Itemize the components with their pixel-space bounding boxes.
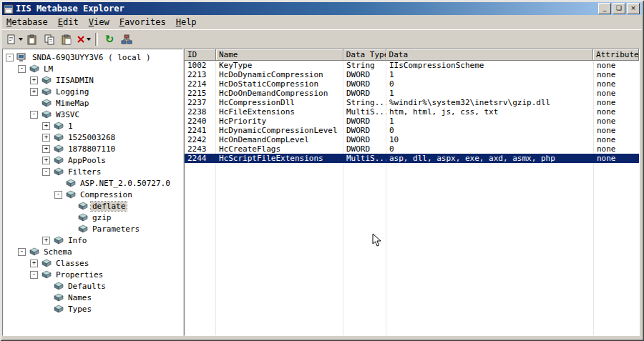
collapse-icon[interactable]: -	[18, 65, 26, 73]
cell-id: 1002	[185, 61, 216, 70]
collapse-icon[interactable]: -	[30, 271, 38, 279]
tree-item-schema[interactable]: -Schema	[3, 246, 182, 257]
expand-icon[interactable]: +	[42, 157, 50, 164]
tree-item-filters[interactable]: -Filters	[3, 166, 182, 177]
refresh-button[interactable]: ↻	[102, 31, 117, 47]
paste-key-button[interactable]	[24, 31, 40, 47]
tree-item-defaults[interactable]: Defaults	[3, 280, 182, 292]
tree-item-label[interactable]: W3SVC	[54, 110, 81, 119]
collapse-icon[interactable]: -	[42, 168, 50, 176]
tree-item-label[interactable]: AppPools	[67, 156, 107, 165]
table-row-2241[interactable]: 2241HcDynamicCompressionLevelDWORD0none	[185, 126, 639, 135]
tree-item-label[interactable]: Filters	[67, 167, 102, 177]
tree-item-label[interactable]: Parameters	[91, 224, 141, 234]
table-row-2214[interactable]: 2214HcDoStaticCompressionDWORD0none	[185, 79, 639, 89]
menu-help[interactable]: Help	[172, 16, 203, 29]
tree-item-compression[interactable]: -Compression	[3, 189, 182, 200]
tree-item-label[interactable]: Properties	[54, 270, 104, 280]
table-row-2215[interactable]: 2215HcDoOnDemandCompressionDWORD1none	[185, 89, 639, 98]
metabase-key-icon	[53, 167, 64, 176]
tree-item-1525003268[interactable]: +1525003268	[3, 132, 182, 143]
tree-item-1[interactable]: +1	[3, 120, 182, 132]
column-header-attributes[interactable]: Attributes	[593, 49, 639, 61]
menu-favorites[interactable]: Favorites	[115, 16, 172, 29]
column-header-id[interactable]: ID	[185, 49, 216, 61]
tree-item-names[interactable]: Names	[3, 292, 182, 303]
tree-item-parameters[interactable]: Parameters	[3, 223, 182, 234]
maximize-button[interactable]: ❏	[613, 3, 625, 14]
new-key-button[interactable]	[6, 31, 23, 47]
expand-icon[interactable]: +	[30, 260, 38, 267]
tree-item-label[interactable]: SNDA-69Q3UYY3V6 ( local )	[31, 53, 152, 62]
table-row-2240[interactable]: 2240HcPriorityDWORD1none	[185, 117, 639, 126]
column-header-name[interactable]: Name	[216, 49, 343, 61]
tree-item-label[interactable]: 1	[67, 122, 74, 131]
tree-item-label[interactable]: Names	[67, 293, 93, 302]
tree-item-lm[interactable]: -LM	[3, 63, 182, 74]
tree-item-label[interactable]: Defaults	[67, 282, 107, 291]
title-bar[interactable]: IIS Metabase Explorer _ ❏ ×	[2, 2, 642, 15]
close-button[interactable]: ×	[627, 3, 640, 14]
tree-item-types[interactable]: Types	[3, 303, 182, 315]
tree-item-mimemap[interactable]: MimeMap	[3, 97, 182, 109]
tree-item-label[interactable]: Schema	[42, 247, 74, 257]
tree-item-label[interactable]: LM	[42, 64, 54, 74]
tree-item-properties[interactable]: -Properties	[3, 269, 182, 280]
tree-item-label[interactable]: IISADMIN	[54, 76, 95, 85]
tree-item-w3svc[interactable]: -W3SVC	[3, 109, 182, 120]
minimize-button[interactable]: _	[598, 3, 611, 14]
collapse-icon[interactable]: -	[30, 111, 38, 119]
tree-item-classes[interactable]: +Classes	[3, 257, 182, 269]
tree-item-label[interactable]: Logging	[54, 87, 90, 97]
collapse-icon[interactable]: -	[54, 191, 62, 199]
menu-view[interactable]: View	[84, 16, 115, 29]
delete-button[interactable]	[76, 31, 92, 47]
tree-item-logging[interactable]: +Logging	[3, 86, 182, 97]
copy-button[interactable]	[42, 31, 57, 47]
tree-item-label[interactable]: MimeMap	[54, 99, 90, 108]
collapse-icon[interactable]: -	[6, 54, 14, 61]
expand-icon[interactable]: +	[42, 134, 50, 142]
table-row-2237[interactable]: 2237HcCompressionDllString...%windir%\sy…	[185, 98, 639, 107]
tree-item-1878807110[interactable]: +1878807110	[3, 143, 182, 154]
tree-item-label[interactable]: Classes	[54, 259, 90, 268]
delete-dropdown-icon[interactable]	[87, 38, 91, 41]
tree-item-deflate[interactable]: deflate	[3, 200, 182, 212]
cell-data: 1	[386, 89, 594, 98]
expand-icon[interactable]: +	[42, 237, 50, 244]
menu-edit[interactable]: Edit	[54, 16, 84, 29]
menu-metabase[interactable]: Metabase	[2, 16, 54, 29]
new-key-dropdown-icon[interactable]	[19, 38, 23, 41]
tree-item-label[interactable]: Compression	[79, 190, 134, 199]
tree-item-label[interactable]: deflate	[91, 202, 127, 211]
tree-item-label[interactable]: 1878807110	[67, 144, 117, 154]
table-row-2242[interactable]: 2242HcOnDemandCompLevelDWORD10none	[185, 135, 639, 144]
connect-network-button[interactable]	[119, 31, 135, 47]
tree-item-label[interactable]: ASP.NET_2.0.50727.0	[79, 179, 172, 188]
cell-data: 1	[386, 117, 594, 126]
tree-item-apppools[interactable]: +AppPools	[3, 154, 182, 166]
table-row-1002[interactable]: 1002KeyTypeStringIIsCompressionSchemenon…	[185, 61, 639, 70]
cell-attributes: none	[594, 107, 640, 117]
tree-item-gzip[interactable]: gzip	[3, 212, 182, 223]
collapse-icon[interactable]: -	[18, 248, 26, 256]
table-row-2243[interactable]: 2243HcCreateFlagsDWORD0none	[185, 144, 639, 154]
expand-icon[interactable]: +	[30, 76, 38, 84]
table-row-2238[interactable]: 2238HcFileExtensionsMultiS...htm, html, …	[185, 107, 639, 117]
tree-item-label[interactable]: 1525003268	[67, 133, 117, 142]
table-row-2244[interactable]: 2244HcScriptFileExtensionsMultiS...asp, …	[185, 154, 639, 163]
tree-item-iisadmin[interactable]: +IISADMIN	[3, 74, 182, 86]
column-header-data[interactable]: Data	[386, 49, 594, 61]
expand-icon[interactable]: +	[42, 145, 50, 153]
expand-icon[interactable]: +	[42, 122, 50, 130]
tree-item-label[interactable]: Types	[67, 305, 93, 314]
tree-item-asp-net-2-0-50727-0[interactable]: ASP.NET_2.0.50727.0	[3, 177, 182, 189]
tree-item-snda-69q3uyy3v6-local[interactable]: -SNDA-69Q3UYY3V6 ( local )	[3, 51, 182, 63]
tree-item-label[interactable]: gzip	[91, 213, 113, 222]
tree-item-label[interactable]: Info	[67, 236, 89, 245]
column-header-data-type[interactable]: Data Type	[343, 49, 386, 61]
paste-button[interactable]	[59, 31, 74, 47]
table-row-2213[interactable]: 2213HcDoDynamicCompressionDWORD1none	[185, 70, 639, 79]
expand-icon[interactable]: +	[30, 88, 38, 96]
tree-item-info[interactable]: +Info	[3, 234, 182, 246]
